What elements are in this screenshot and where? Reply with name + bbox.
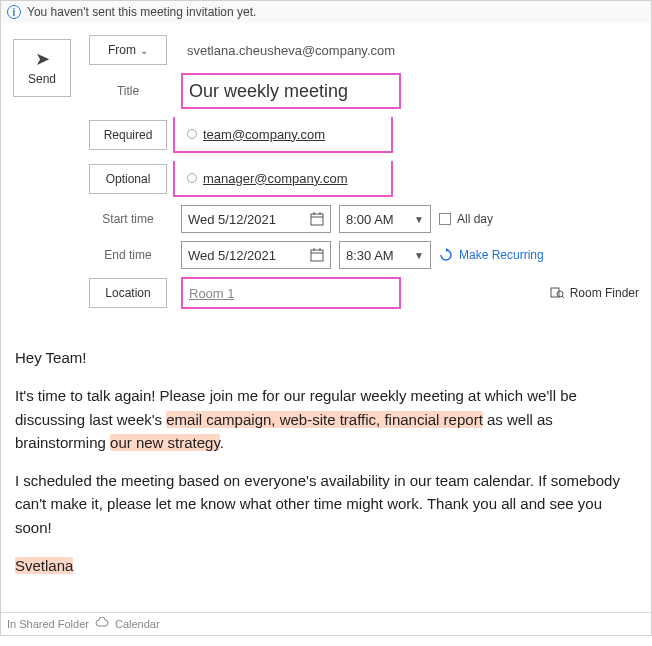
optional-attendee-name: manager@company.com [203,171,347,186]
title-label: Title [89,84,167,98]
end-time-input[interactable]: 8:30 AM ▼ [339,241,431,269]
highlight-topics: email campaign, web-site traffic, financ… [166,411,483,428]
make-recurring-label: Make Recurring [459,248,544,262]
location-button[interactable]: Location [89,278,167,308]
optional-button[interactable]: Optional [89,164,167,194]
folder-name: Calendar [115,618,160,630]
body-greeting: Hey Team! [15,346,637,369]
body-paragraph-1: It's time to talk again! Please join me … [15,384,637,454]
optional-label: Optional [106,172,151,186]
body-paragraph-2: I scheduled the meeting based on everyon… [15,469,637,539]
room-finder-button[interactable]: Room Finder [550,285,639,302]
start-time-input[interactable]: 8:00 AM ▼ [339,205,431,233]
send-label: Send [28,72,56,86]
end-date-text: Wed 5/12/2021 [188,248,276,263]
required-label: Required [104,128,153,142]
highlight-strategy: our new strategy [110,434,220,451]
required-attendee-name: team@company.com [203,127,325,142]
room-finder-icon [550,285,564,302]
presence-icon [187,129,197,139]
chevron-down-icon: ⌄ [140,45,148,56]
title-text: Our weekly meeting [189,81,348,102]
calendar-icon [310,212,324,226]
send-icon: ➤ [35,50,50,68]
start-date-text: Wed 5/12/2021 [188,212,276,227]
from-button[interactable]: From ⌄ [89,35,167,65]
send-button[interactable]: ➤ Send [13,39,71,97]
start-date-input[interactable]: Wed 5/12/2021 [181,205,331,233]
start-time-label: Start time [89,212,167,226]
folder-label: In Shared Folder [7,618,89,630]
body-signature: Svetlana [15,557,73,574]
message-body[interactable]: Hey Team! It's time to talk again! Pleas… [1,313,651,612]
info-icon: i [7,5,21,19]
svg-rect-0 [311,214,323,225]
from-value: svetlana.cheusheva@company.com [181,43,639,58]
presence-icon [187,173,197,183]
location-input[interactable]: Room 1 [181,277,401,309]
svg-line-11 [562,296,564,298]
required-attendee[interactable]: team@company.com [179,119,387,149]
make-recurring-button[interactable]: Make Recurring [439,248,544,262]
compose-form: ➤ Send From ⌄ svetlana.cheusheva@company… [1,23,651,313]
cloud-icon [95,617,109,631]
end-date-input[interactable]: Wed 5/12/2021 [181,241,331,269]
optional-attendee[interactable]: manager@company.com [179,163,387,193]
required-button[interactable]: Required [89,120,167,150]
end-time-text: 8:30 AM [346,248,394,263]
all-day-checkbox[interactable]: All day [439,212,493,226]
end-time-label: End time [89,248,167,262]
room-finder-label: Room Finder [570,286,639,300]
checkbox-icon [439,213,451,225]
all-day-label: All day [457,212,493,226]
start-time-text: 8:00 AM [346,212,394,227]
status-bar: In Shared Folder Calendar [1,612,651,635]
title-input[interactable]: Our weekly meeting [181,73,401,109]
caret-down-icon: ▼ [414,250,424,261]
location-value: Room 1 [189,286,235,301]
from-label: From [108,43,136,57]
caret-down-icon: ▼ [414,214,424,225]
info-bar: i You haven't sent this meeting invitati… [1,1,651,23]
svg-rect-4 [311,250,323,261]
info-message: You haven't sent this meeting invitation… [27,5,256,19]
calendar-icon [310,248,324,262]
recurring-icon [439,248,453,262]
location-label: Location [105,286,150,300]
